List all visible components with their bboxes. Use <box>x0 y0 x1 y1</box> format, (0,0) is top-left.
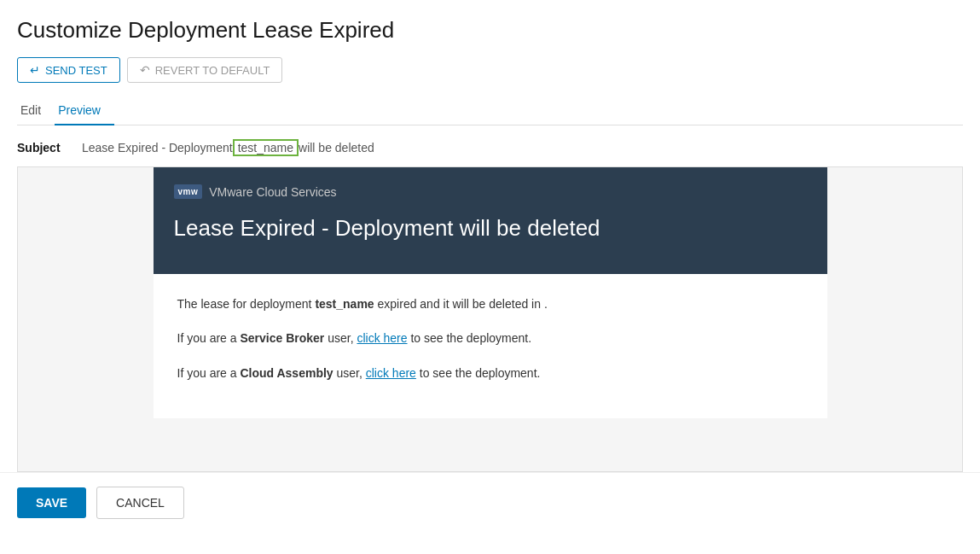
subject-highlight: test_name <box>233 139 299 156</box>
para2-text3: to see the deployment. <box>410 331 531 345</box>
email-container: vmw VMware Cloud Services Lease Expired … <box>154 167 827 418</box>
subject-prefix: Lease Expired - Deployment <box>82 141 233 155</box>
para3-text3: to see the deployment. <box>420 366 541 380</box>
brand-name: VMware Cloud Services <box>209 185 336 199</box>
email-body: The lease for deployment test_name expir… <box>154 274 827 418</box>
subject-label: Subject <box>17 141 68 155</box>
send-test-label: SEND TEST <box>45 64 107 77</box>
send-icon: ↵ <box>30 63 40 77</box>
para2-bold1: Service Broker <box>240 331 324 345</box>
email-header: vmw VMware Cloud Services Lease Expired … <box>154 167 827 274</box>
email-paragraph-2: If you are a Service Broker user, click … <box>177 329 803 347</box>
email-paragraph-3: If you are a Cloud Assembly user, click … <box>177 364 803 382</box>
revert-label: REVERT TO DEFAULT <box>155 64 270 77</box>
toolbar: ↵ SEND TEST ↶ REVERT TO DEFAULT <box>17 57 963 83</box>
preview-area: vmw VMware Cloud Services Lease Expired … <box>17 166 963 472</box>
para3-text1: If you are a <box>177 366 241 380</box>
subject-row: Subject Lease Expired - Deployment test_… <box>17 139 963 156</box>
para3-link[interactable]: click here <box>366 366 416 380</box>
save-button[interactable]: SAVE <box>17 487 86 518</box>
page-container: Customize Deployment Lease Expired ↵ SEN… <box>0 0 980 472</box>
para1-bold1: test_name <box>315 297 374 311</box>
preview-scroll[interactable]: vmw VMware Cloud Services Lease Expired … <box>18 167 962 471</box>
para3-bold1: Cloud Assembly <box>240 366 333 380</box>
subject-suffix: will be deleted <box>299 141 374 155</box>
email-header-title: Lease Expired - Deployment will be delet… <box>174 214 807 243</box>
para1-text2: expired and it will be deleted in . <box>378 297 548 311</box>
page-title: Customize Deployment Lease Expired <box>17 17 963 44</box>
tab-preview[interactable]: Preview <box>55 96 114 125</box>
send-test-button[interactable]: ↵ SEND TEST <box>17 57 120 83</box>
revert-to-default-button[interactable]: ↶ REVERT TO DEFAULT <box>127 57 283 83</box>
cancel-button[interactable]: CANCEL <box>96 487 184 519</box>
para2-text1: If you are a <box>177 331 241 345</box>
email-paragraph-1: The lease for deployment test_name expir… <box>177 294 803 313</box>
para2-link[interactable]: click here <box>357 331 407 345</box>
revert-icon: ↶ <box>140 63 150 77</box>
vmw-logo: vmw <box>174 184 203 199</box>
para1-text1: The lease for deployment <box>177 297 316 311</box>
para3-text2: user, <box>337 366 366 380</box>
tab-edit[interactable]: Edit <box>17 96 55 125</box>
footer-area: SAVE CANCEL <box>0 472 980 533</box>
tabs-bar: Edit Preview <box>17 96 963 125</box>
email-brand: vmw VMware Cloud Services <box>174 184 807 199</box>
para2-text2: user, <box>328 331 357 345</box>
